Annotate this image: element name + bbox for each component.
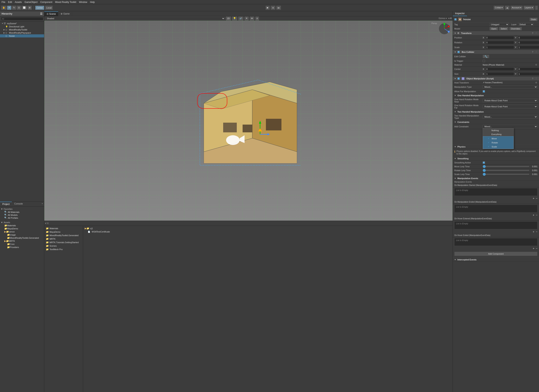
center-btn[interactable]: Center xyxy=(35,6,44,10)
scene-audio-btn[interactable]: 🔊 xyxy=(238,16,244,21)
scene-content[interactable]: Persp Y X xyxy=(44,21,452,221)
scene-hidden-btn[interactable]: 👁 xyxy=(250,16,255,21)
scene-grid-btn[interactable]: # xyxy=(255,16,259,21)
rot-y-input[interactable] xyxy=(518,41,539,44)
scale-tool-btn[interactable]: ⊡ xyxy=(17,6,21,10)
hierarchy-menu-btn[interactable]: ☰ xyxy=(40,12,43,15)
tag-select[interactable]: Untagged xyxy=(490,23,509,26)
asset-image-left[interactable]: 📁 image xyxy=(1,233,43,236)
rot-far-select[interactable]: Rotate About Grab Point xyxy=(483,105,537,108)
collider-menu-icon[interactable]: ⋮ xyxy=(535,51,537,53)
manipulator-menu-icon[interactable]: ⋮ xyxy=(535,77,537,80)
pos-y-input[interactable] xyxy=(518,36,539,39)
manip-started-minus[interactable]: − xyxy=(536,197,537,200)
is-trigger-checkbox[interactable] xyxy=(483,60,485,62)
layers-btn[interactable]: Layers ▾ xyxy=(524,6,534,10)
asset-cj1[interactable]: ▶📁 cj1 xyxy=(84,227,452,230)
hover-entered-minus[interactable]: − xyxy=(536,230,537,233)
box-collider-header[interactable]: ▼ Box Collider ? ⋮ xyxy=(453,50,539,54)
smoothing-header[interactable]: ▼ Smoothing xyxy=(453,156,539,161)
menu-window[interactable]: Window xyxy=(79,1,87,4)
asset-textmesh[interactable]: 📁 TextMesh Pro xyxy=(45,248,82,251)
tab-console[interactable]: Console xyxy=(12,202,25,207)
manipulator-help-icon[interactable]: ? xyxy=(531,77,534,80)
rect-tool-btn[interactable]: ⬜ xyxy=(22,6,27,10)
menu-file[interactable]: File xyxy=(2,1,5,4)
collider-active-check[interactable] xyxy=(457,51,460,53)
hierarchy-item-dirlight[interactable]: 💡 Directional Light xyxy=(0,25,44,28)
menu-help[interactable]: Help xyxy=(90,1,95,4)
inspector-tab[interactable]: Inspector xyxy=(453,11,467,16)
smoothing-active-checkbox[interactable] xyxy=(483,161,485,164)
material-picker-icon[interactable]: ⊙ xyxy=(535,63,537,66)
manip-started-plus[interactable]: + xyxy=(533,197,534,200)
asset-mayademo-left[interactable]: 📁 MayaDemo xyxy=(1,227,43,230)
object-name[interactable]: house xyxy=(463,18,528,21)
transform-menu-icon[interactable]: ⋮ xyxy=(535,32,537,34)
edit-collider-btn[interactable]: 🔧 xyxy=(483,55,489,58)
host-transform-picker[interactable]: ⊙ xyxy=(535,81,537,84)
play-btn[interactable]: ▶ xyxy=(265,6,270,10)
cloud-btn[interactable]: ☁ xyxy=(505,6,510,10)
scale-y-input[interactable] xyxy=(518,46,539,49)
asset-materials-left[interactable]: 📁 Materials xyxy=(1,224,43,227)
fav-all-prefabs[interactable]: 🔍 All Prefabs xyxy=(1,216,43,219)
rotate-lerp-slider[interactable] xyxy=(483,170,529,171)
asset-mrtk-gen[interactable]: 📁 MixedRealityToolkit.Generated xyxy=(45,234,82,237)
menu-assets[interactable]: Assets xyxy=(15,1,22,4)
option-everything[interactable]: Everything xyxy=(483,132,514,136)
option-scale[interactable]: ✓ Scale xyxy=(483,145,513,149)
step-btn[interactable]: ⏭ xyxy=(276,6,281,10)
two-handed-header[interactable]: ▼ Two Handed Manipulation xyxy=(453,110,539,114)
asset-scenes[interactable]: 📁 Scenes xyxy=(45,244,82,248)
menu-mrtk[interactable]: Mixed Reality Toolkit xyxy=(55,1,76,4)
tab-game[interactable]: ⊕ Game xyxy=(58,12,72,16)
manip-ended-minus[interactable]: − xyxy=(536,214,537,216)
intercepted-events-header[interactable]: ▼ Intercepted Events xyxy=(453,258,539,262)
hierarchy-item-house[interactable]: ⬡ house xyxy=(0,34,44,38)
model-overrides-btn[interactable]: Overrides xyxy=(509,27,522,30)
pos-x-input[interactable] xyxy=(485,36,514,39)
one-handed-header[interactable]: ▼ One Handed Manipulation xyxy=(453,93,539,98)
local-btn[interactable]: Local xyxy=(45,6,53,10)
transform-settings-icon[interactable]: ? xyxy=(531,32,534,34)
constraint-select[interactable]: Mixed... xyxy=(483,125,537,128)
assets-header-left[interactable]: ▼ Assets xyxy=(1,221,43,224)
move-lerp-slider[interactable] xyxy=(483,166,529,167)
scale-lerp-slider[interactable] xyxy=(483,174,529,175)
model-select-btn[interactable]: Select xyxy=(499,27,509,30)
rot-x-input[interactable] xyxy=(485,41,514,44)
rotate-tool-btn[interactable]: ↻ xyxy=(12,6,16,10)
option-move[interactable]: ✓ Move xyxy=(483,137,513,141)
constraints-header[interactable]: ▼ Constraints xyxy=(453,120,539,124)
scale-x-input[interactable] xyxy=(485,46,514,49)
hierarchy-item-mrps[interactable]: ▶ ⬡ MixedRealityPlayspace xyxy=(0,31,44,34)
scene-light-btn[interactable]: 💡 xyxy=(232,16,237,21)
center-x-input[interactable] xyxy=(485,67,514,71)
size-x-input[interactable] xyxy=(485,72,514,76)
gizmo-compass[interactable]: Y X Z xyxy=(438,23,450,34)
asset-mrtk[interactable]: 📁 MRTK xyxy=(45,237,82,241)
asset-core-left[interactable]: 📁 Core xyxy=(1,243,43,246)
hover-exited-plus[interactable]: + xyxy=(533,247,534,250)
2d-btn[interactable]: 2D xyxy=(226,16,231,21)
asset-mrtk-gen-left[interactable]: 📁 MixedRealityToolkit.Generated xyxy=(1,236,43,240)
asset-providers-left[interactable]: 📁 Providers xyxy=(1,246,43,249)
asset-mrtk-left[interactable]: ▶📁 MRTK xyxy=(1,240,43,243)
manipulation-type-select[interactable]: Mixed... xyxy=(483,85,537,89)
pause-btn[interactable]: ⏸ xyxy=(270,6,275,10)
menu-gameobject[interactable]: GameObject xyxy=(24,1,38,4)
layer-select[interactable]: Default xyxy=(518,23,534,26)
hierarchy-item-myscene[interactable]: ▼ 🎬 myScene* xyxy=(0,22,44,25)
hierarchy-item-mrtk[interactable]: ▶ ⬡ MixedRealityToolkit xyxy=(0,28,44,31)
option-rotate[interactable]: ✓ Rotate xyxy=(483,141,513,145)
move-tool-btn[interactable]: ✛ xyxy=(7,6,11,10)
hierarchy-search-input[interactable] xyxy=(1,17,43,21)
option-nothing[interactable]: Nothing xyxy=(483,128,514,132)
allow-far-checkbox[interactable] xyxy=(483,90,485,93)
menu-component[interactable]: Component xyxy=(40,1,52,4)
menu-edit[interactable]: Edit xyxy=(8,1,12,4)
obj-manipulator-header[interactable]: ▼ S Object Manipulator (Script) ? ⋮ xyxy=(453,76,539,81)
project-add-btn[interactable]: + xyxy=(41,202,44,207)
tab-scene[interactable]: ⊙ Scene xyxy=(44,11,58,16)
